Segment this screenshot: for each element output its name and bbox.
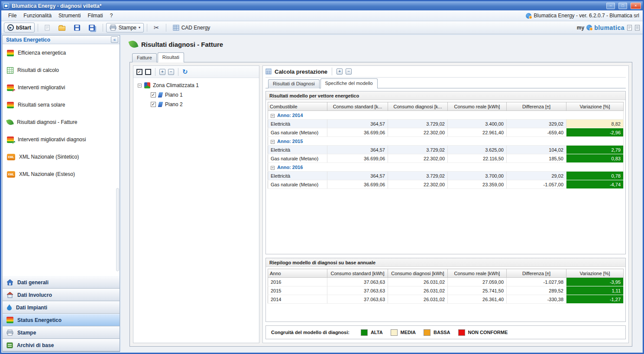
collapse-icon[interactable]: − (271, 166, 275, 170)
legend-item-label: BASSA (434, 330, 450, 335)
expand-all-icon[interactable]: + (159, 69, 165, 75)
sidebar-item-xml-nazionale-sintetico[interactable]: XMLXML Nazionale (Sintetico) (3, 148, 120, 166)
tree-node-floor[interactable]: ✓Piano 1 (135, 90, 257, 100)
sidebar-item-label: Interventi migliorativi (18, 84, 65, 91)
nav-item-label: Stampe (17, 330, 36, 336)
envelope-house-icon (6, 292, 13, 298)
sidebar-item-risultati-diagnosi-fatture[interactable]: Risultati diagnosi - Fatture (3, 114, 120, 131)
checkbox[interactable]: ✓ (151, 102, 156, 107)
select-all-icon[interactable]: ✓ (136, 69, 142, 75)
close-button[interactable]: × (631, 3, 641, 9)
tab-specifiche-del-modello[interactable]: Specifiche del modello (320, 78, 378, 88)
maximize-button[interactable]: □ (618, 3, 627, 9)
column-header[interactable]: Consumo standard [kWh] (327, 269, 388, 278)
sidebar-item-interventi-migliorativi-diagnosi[interactable]: Interventi migliorativi diagnosi (3, 131, 120, 148)
column-header[interactable]: Consumo diagnosi [kWh] (388, 269, 448, 278)
collapse-groups-icon[interactable]: − (346, 68, 352, 75)
legend-item-media: MEDIA (391, 329, 416, 336)
column-header[interactable]: Variazione [%] (566, 269, 624, 278)
nav-item-dati-impianti[interactable]: Dati Impianti (3, 301, 120, 314)
cell: 2016 (268, 278, 327, 286)
sidebar-item-risultati-serra-solare[interactable]: Risultati serra solare (3, 96, 120, 114)
nav-item-dati-involucro[interactable]: Dati Involucro (3, 289, 120, 301)
menu-item[interactable]: Strumenti (55, 11, 84, 20)
sidebar-item-efficienza-energetica[interactable]: Efficienza energetica (3, 44, 120, 62)
refresh-icon[interactable]: ↻ (182, 69, 188, 75)
table-row[interactable]: 201437.063,6326.031,0226.361,40-330,38-1… (268, 295, 624, 304)
legend-swatch (361, 329, 368, 336)
column-header[interactable]: Consumo reale [kWh] (448, 269, 507, 278)
cad-energy-button[interactable]: CAD Energy (169, 23, 214, 32)
stampe-button[interactable]: Stampe ▾ (106, 23, 144, 32)
solar-results-icon (7, 102, 14, 108)
results-header: Calcola prestazione + − (265, 66, 626, 78)
column-header[interactable]: Combustibile (268, 102, 327, 111)
table-row[interactable]: Gas naturale (Metano)36.699,0622.302,002… (268, 128, 624, 137)
new-file-button[interactable] (41, 23, 53, 32)
table-row[interactable]: Elettricità364,573.729,023.700,0029,020,… (268, 172, 624, 180)
sidebar-list: Efficienza energeticaRisultati di calcol… (3, 44, 120, 276)
tree-node-zone[interactable]: −Zona Climatizzata 1 (135, 81, 257, 90)
column-header[interactable]: Differenza [±] (507, 102, 566, 111)
collapse-icon[interactable]: − (271, 114, 275, 118)
nav-item-stampe[interactable]: Stampe (3, 326, 120, 339)
tab-risultati[interactable]: Risultati (158, 52, 184, 62)
column-header[interactable]: Anno (268, 269, 327, 278)
column-header[interactable]: Variazione [%] (566, 102, 624, 111)
tab-risultati-di-diagnosi[interactable]: Risultati di Diagnosi (268, 79, 320, 88)
menu-bar: FileFunzionalitàStrumentiFilmati? Blumat… (1, 10, 643, 21)
save-button[interactable] (71, 23, 84, 32)
app-icon (3, 3, 9, 9)
cut-button[interactable]: ✂ (150, 22, 163, 33)
clear-all-icon[interactable] (145, 69, 151, 75)
nav-item-archivi-di-base[interactable]: Archivi di base (3, 339, 120, 351)
save-all-button[interactable] (85, 23, 100, 32)
sidebar-item-interventi-migliorativi[interactable]: Interventi migliorativi (3, 79, 120, 96)
collapse-icon[interactable]: − (138, 84, 142, 88)
tab-fatture[interactable]: Fatture (132, 53, 157, 62)
collapse-icon[interactable]: − (271, 140, 275, 144)
checkbox[interactable]: ✓ (151, 92, 156, 97)
toolbar-separator (166, 24, 166, 32)
notes-icon[interactable] (634, 25, 640, 31)
table-row[interactable]: Gas naturale (Metano)36.699,0622.302,002… (268, 154, 624, 163)
sidebar-scrollbar[interactable] (116, 188, 119, 271)
table-row[interactable]: 201537.063,6326.031,0225.741,50289,521,1… (268, 286, 624, 295)
column-header[interactable]: Differenza [±] (507, 269, 566, 278)
vector-results-body: CombustibileConsumo standard [k...Consum… (266, 100, 625, 254)
sidebar-item-risultati-di-calcolo[interactable]: Risultati di calcolo (3, 62, 120, 79)
nav-item-dati-generali[interactable]: Dati generali (3, 276, 120, 289)
column-header[interactable]: Consumo diagnosi [k... (388, 102, 448, 111)
cell: 185,50 (507, 154, 566, 163)
year-group-row[interactable]: −Anno: 2016 (268, 163, 624, 172)
app-body: Status Energetico « Efficienza energetic… (1, 34, 643, 353)
year-group-row[interactable]: −Anno: 2014 (268, 111, 624, 120)
bstart-button[interactable]: ▶ bStart (4, 23, 35, 32)
sidebar-item-xml-nazionale-esteso[interactable]: XMLXML Nazionale (Esteso) (3, 166, 120, 183)
cell: Gas naturale (Metano) (268, 180, 327, 189)
year-group-row[interactable]: −Anno: 2015 (268, 137, 624, 146)
tree-node-floor[interactable]: ✓Piano 2 (135, 100, 257, 109)
menu-item[interactable]: Funzionalità (20, 11, 55, 20)
column-header[interactable]: Consumo reale [kWh] (448, 102, 507, 111)
menu-item[interactable]: Filmati (84, 11, 106, 20)
cell: -3,95 (566, 278, 624, 286)
cell: 289,52 (507, 286, 566, 295)
column-header[interactable]: Consumo standard [k... (327, 102, 388, 111)
minimize-button[interactable]: – (606, 3, 615, 9)
menu-item[interactable]: ? (107, 11, 117, 20)
table-row[interactable]: Elettricità364,573.729,023.400,00329,028… (268, 120, 624, 128)
floor-icon (158, 102, 163, 107)
table-row[interactable]: 201637.063,6326.031,0227.059,00-1.027,98… (268, 278, 624, 286)
collapse-sidebar-button[interactable]: « (111, 36, 118, 43)
table-row[interactable]: Gas naturale (Metano)36.699,0622.302,002… (268, 180, 624, 189)
user-card-icon[interactable] (627, 25, 632, 31)
collapse-all-icon[interactable]: − (168, 69, 174, 75)
menu-item[interactable]: File (5, 11, 20, 20)
open-button[interactable] (55, 23, 69, 32)
results-content: Risultati modello per vettore energetico… (265, 88, 626, 339)
vector-results-title: Risultati modello per vettore energetico (266, 91, 625, 100)
expand-groups-icon[interactable]: + (337, 68, 343, 75)
table-row[interactable]: Elettricità364,573.729,023.625,00104,022… (268, 146, 624, 154)
nav-item-status-energetico[interactable]: Status Energetico (3, 314, 120, 326)
